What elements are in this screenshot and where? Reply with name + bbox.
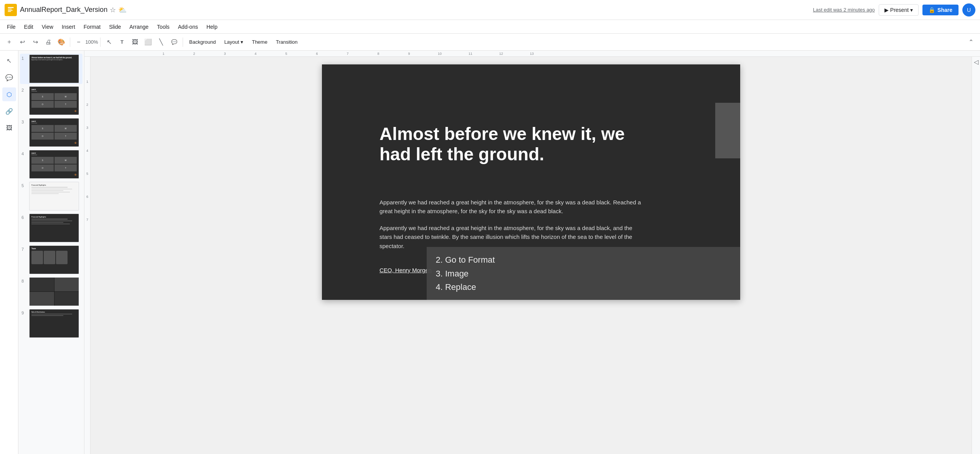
slide-thumb-2: SWOT Overview S W O T 👁 — [29, 86, 79, 115]
main-layout: ↖ 💬 ⬡ 🔗 🖼 1 Almost before we knew it, we… — [0, 51, 980, 454]
image-tool[interactable]: 🖼 — [2, 121, 16, 135]
transition-label: Transition — [276, 39, 298, 45]
slide-thumb-8 — [29, 277, 79, 306]
select-tool[interactable]: ↖ — [2, 54, 16, 67]
doc-title[interactable]: AnnualReport_Dark_Version — [20, 6, 107, 14]
cursor-button[interactable]: ↖ — [103, 36, 115, 48]
slide-ceo-name[interactable]: CEO, Henry Morgen — [379, 267, 432, 273]
paint-format-button[interactable]: 🎨 — [55, 36, 68, 48]
shape-button[interactable]: ⬜ — [142, 36, 154, 48]
text-button[interactable]: T — [116, 36, 128, 48]
collapse-toolbar-button[interactable]: ⌃ — [965, 36, 977, 48]
menu-slide[interactable]: Slide — [105, 22, 125, 31]
menu-addons[interactable]: Add-ons — [174, 22, 202, 31]
right-panel: ◁ — [972, 57, 980, 454]
slide-thumb-9: Sales & Distributions — [29, 309, 79, 338]
menu-bar: File Edit View Insert Format Slide Arran… — [0, 20, 980, 34]
undo-button[interactable]: ↩ — [16, 36, 28, 48]
theme-button[interactable]: Theme — [248, 38, 271, 46]
menu-edit[interactable]: Edit — [20, 22, 37, 31]
slide-number-6: 6 — [21, 214, 27, 220]
team-label-thumb: Team — [31, 248, 77, 250]
slide-item-9[interactable]: 9 Sales & Distributions — [20, 308, 82, 339]
link-tool[interactable]: 🔗 — [2, 104, 16, 118]
image-button[interactable]: 🖼 — [129, 36, 141, 48]
last-edit-inline[interactable]: Last edit was 2 minutes ago — [813, 7, 875, 13]
slide-panel: 1 Almost before we knew it, we had left … — [18, 51, 84, 454]
zoom-out-button[interactable]: − — [73, 36, 85, 48]
print-button[interactable]: 🖨 — [42, 36, 54, 48]
zoom-in-button[interactable]: 100% — [86, 36, 98, 48]
toolbar-divider-3 — [183, 38, 183, 47]
menu-insert[interactable]: Insert — [58, 22, 79, 31]
toolbar-right-spacer: ⌃ — [965, 36, 977, 48]
menu-tools[interactable]: Tools — [153, 22, 173, 31]
toolbar-divider-2 — [100, 38, 101, 47]
doc-title-area: AnnualReport_Dark_Version ☆ ⛅ — [20, 6, 127, 14]
toolbar-divider-1 — [70, 38, 70, 47]
slide-heading: Almost before we knew it, we had left th… — [379, 124, 648, 164]
left-toolbar: ↖ 💬 ⬡ 🔗 🖼 — [0, 51, 18, 454]
user-avatar[interactable]: U — [962, 3, 975, 16]
svg-rect-3 — [8, 11, 11, 12]
slide-item-8[interactable]: 8 — [20, 276, 82, 307]
svg-rect-2 — [8, 10, 13, 11]
new-slide-button[interactable]: ＋ — [3, 36, 15, 48]
comments-button[interactable]: 💬 — [168, 36, 180, 48]
lock-icon: 🔒 — [929, 7, 935, 13]
layout-button[interactable]: Layout ▾ — [220, 38, 247, 46]
comment-tool[interactable]: 💬 — [2, 71, 16, 84]
slide-item-4[interactable]: 4 SWOT Overview S W O T 👁 — [20, 149, 82, 179]
app-icon[interactable] — [5, 4, 17, 16]
line-button[interactable]: ╲ — [155, 36, 167, 48]
slide-number-8: 8 — [21, 277, 27, 283]
menu-arrange[interactable]: Arrange — [125, 22, 152, 31]
slide-item-1[interactable]: 1 Almost before we knew it, we had left … — [20, 54, 82, 84]
slide-item-2[interactable]: 2 SWOT Overview S W O T 👁 — [20, 86, 82, 116]
slide-canvas: Almost before we knew it, we had left th… — [322, 64, 740, 300]
canvas-container[interactable]: Almost before we knew it, we had left th… — [91, 57, 972, 454]
slide-item-6[interactable]: 6 Financial Highlights — [20, 213, 82, 243]
expand-panel-button[interactable]: ◁ — [973, 58, 980, 65]
redo-button[interactable]: ↪ — [29, 36, 41, 48]
ruler-horizontal: 1 2 3 4 5 6 7 8 9 10 11 12 13 — [84, 51, 980, 57]
star-icon[interactable]: ☆ — [110, 6, 116, 14]
slide-item-7[interactable]: 7 Team — [20, 245, 82, 275]
slide-number-1: 1 — [21, 54, 27, 61]
menu-help[interactable]: Help — [203, 22, 221, 31]
theme-label: Theme — [252, 39, 267, 45]
slide-decoration-rect — [715, 103, 740, 158]
layout-chevron-icon: ▾ — [241, 39, 243, 45]
toolbar: ＋ ↩ ↪ 🖨 🎨 − 100% ↖ T 🖼 ⬜ ╲ 💬 Background … — [0, 34, 980, 51]
canvas-with-ruler: 1 2 3 4 5 6 7 8 9 10 11 12 13 1 2 — [84, 51, 980, 454]
canvas-row: 1 2 3 4 5 6 7 Almost before we knew it, … — [84, 57, 980, 454]
slide-thumb-6: Financial Highlights — [29, 214, 79, 242]
share-label: Share — [937, 7, 952, 13]
shape-tool[interactable]: ⬡ — [2, 87, 16, 101]
menu-view[interactable]: View — [38, 22, 57, 31]
present-label: Present — [890, 7, 909, 13]
menu-file[interactable]: File — [3, 22, 20, 31]
background-button[interactable]: Background — [185, 38, 219, 46]
ruler-vertical: 1 2 3 4 5 6 7 — [84, 57, 91, 454]
layout-label: Layout — [224, 39, 239, 45]
slide-item-3[interactable]: 3 SWOT Overview S W O T 👁 — [20, 117, 82, 148]
dropdown-item-3: 4. Replace — [436, 280, 731, 294]
slide-thumb-1: Almost before we knew it, we had left th… — [29, 54, 79, 83]
top-right-actions: Last edit was 2 minutes ago ▶ Present ▾ … — [813, 3, 975, 16]
menu-format[interactable]: Format — [80, 22, 104, 31]
background-label: Background — [189, 39, 216, 45]
share-button[interactable]: 🔒 Share — [922, 5, 959, 15]
slide-number-7: 7 — [21, 245, 27, 252]
transition-button[interactable]: Transition — [272, 38, 302, 46]
slide-number-4: 4 — [21, 150, 27, 156]
dropdown-item-2: 3. Image — [436, 267, 731, 280]
cloud-icon[interactable]: ⛅ — [118, 6, 127, 14]
slide-item-5[interactable]: 5 Financial Highlights — [20, 181, 82, 211]
slide-thumb-5: Financial Highlights — [29, 182, 79, 211]
slide-number-5: 5 — [21, 182, 27, 188]
dropdown-item-1: 2. Go to Format — [436, 253, 731, 266]
slide-number-2: 2 — [21, 86, 27, 92]
slide-body-paragraph-1: Apparently we had reached a great height… — [379, 198, 648, 216]
present-button[interactable]: ▶ Present ▾ — [879, 4, 919, 16]
